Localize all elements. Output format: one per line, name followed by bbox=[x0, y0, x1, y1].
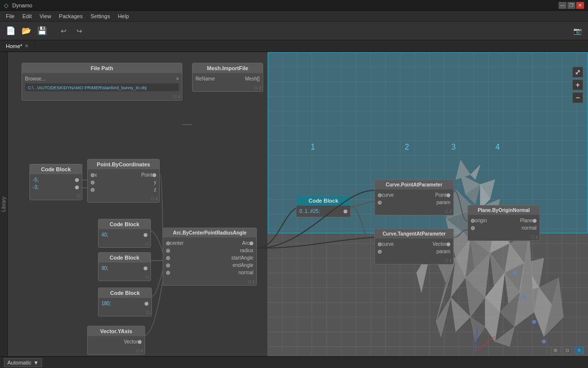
plane-origin-header: Plane.ByOriginNormal bbox=[468, 206, 539, 215]
close-button[interactable]: ✕ bbox=[576, 2, 584, 9]
code-block-5-val: 0..1..#25; bbox=[299, 209, 320, 214]
arc-row-normal: normal bbox=[166, 269, 253, 276]
code-block-node-1[interactable]: Code Block -5; -3; □ bbox=[29, 164, 82, 200]
pbc-port-z bbox=[91, 188, 95, 192]
arc-port-center bbox=[166, 241, 170, 245]
minimize-button[interactable]: — bbox=[559, 2, 566, 9]
mesh-import-node[interactable]: Mesh.ImportFile fileName Mesh[] □ ⅈ bbox=[192, 63, 263, 92]
filepath-footer: □ ⅈ bbox=[22, 93, 182, 100]
code-block-node-5[interactable]: Code Block 0..1..#25; bbox=[296, 195, 351, 217]
code-block-3-footer: □ bbox=[98, 274, 150, 281]
arc-label-startangle: startAngle bbox=[231, 255, 253, 261]
num-label-2: 2 bbox=[405, 143, 409, 152]
curve-tangent-at-param-node[interactable]: Curve.TangentAtParameter curve Vector pa… bbox=[374, 229, 454, 264]
arc-row-startangle: startAngle bbox=[166, 254, 253, 262]
plane-by-origin-normal-node[interactable]: Plane.ByOriginNormal origin Plane normal… bbox=[467, 205, 540, 241]
svg-point-48 bbox=[532, 320, 536, 324]
pon-label-origin: origin bbox=[475, 218, 487, 223]
filepath-browse-label: Browse... bbox=[25, 76, 46, 81]
titlebar: ◇ Dynamo — ❐ ✕ bbox=[0, 0, 588, 11]
menu-help[interactable]: Help bbox=[114, 12, 133, 20]
undo-button[interactable]: ↩ bbox=[57, 24, 71, 38]
code-block-node-3[interactable]: Code Block 90; □ bbox=[98, 252, 151, 281]
menu-settings[interactable]: Settings bbox=[87, 12, 114, 20]
statusbar: Automatic ▼ bbox=[0, 356, 588, 368]
ctp-row-param: param bbox=[378, 248, 450, 255]
pon-output-label: Plane bbox=[520, 218, 533, 223]
view-icon-3[interactable]: ≡ bbox=[574, 346, 584, 354]
filepath-path-value: C:\...\AUTODESK\DYNAMO PRIMER\stanford_b… bbox=[28, 85, 147, 90]
mode-dropdown[interactable]: Automatic ▼ bbox=[4, 358, 42, 367]
arc-label-center: center bbox=[170, 240, 184, 246]
code-block-node-4[interactable]: Code Block 180; □ bbox=[98, 288, 152, 316]
arc-port-radius bbox=[166, 249, 170, 253]
filepath-node[interactable]: File Path Browse... > C:\...\AUTODESK\DY… bbox=[22, 63, 182, 101]
cpp-label-param: param bbox=[437, 200, 450, 205]
arc-label-radius: radius bbox=[240, 248, 253, 253]
vector-yaxis-row: Vector bbox=[91, 338, 142, 345]
code-block-4-row: 180; bbox=[101, 300, 148, 307]
code-block-3-val: 90; bbox=[101, 265, 108, 271]
code-block-2-val: 40; bbox=[101, 232, 108, 237]
cpp-port-param bbox=[378, 201, 382, 205]
cpp-port-curve bbox=[378, 193, 382, 197]
menu-view[interactable]: View bbox=[36, 12, 55, 20]
svg-point-47 bbox=[522, 295, 526, 299]
filepath-browse-row: Browse... > bbox=[25, 75, 179, 82]
fit-view-button[interactable]: ⤢ bbox=[572, 67, 583, 78]
arc-label-endangle: endAngle bbox=[233, 263, 253, 268]
vector-yaxis-output: Vector bbox=[124, 339, 138, 344]
num-label-4: 4 bbox=[495, 143, 500, 152]
canvas[interactable]: 1 2 3 4 File Path Browse... > C:\...\AUT… bbox=[8, 52, 588, 356]
code-block-4-val: 180; bbox=[101, 301, 111, 306]
cpp-footer: □ ⅈ bbox=[375, 208, 453, 215]
arc-header: Arc.ByCenterPointRadiusAngle bbox=[163, 228, 256, 237]
cpp-row-curve: curve Point bbox=[378, 191, 450, 199]
tab-close-icon[interactable]: ✕ bbox=[24, 43, 28, 49]
pbc-label-x: x bbox=[95, 172, 97, 178]
open-button[interactable]: 📂 bbox=[20, 24, 33, 38]
screenshot-button[interactable]: 📷 bbox=[570, 24, 584, 38]
curve-point-at-param-node[interactable]: Curve.PointAtParameter curve Point param… bbox=[374, 180, 454, 215]
code-block-3-row: 90; bbox=[101, 264, 147, 272]
pbc-output-label: Point bbox=[141, 172, 152, 178]
arc-port-startangle bbox=[166, 256, 170, 260]
menu-edit[interactable]: Edit bbox=[19, 12, 36, 20]
pbc-row-x: x Point bbox=[91, 171, 156, 179]
code-block-5-port bbox=[343, 210, 347, 213]
svg-marker-39 bbox=[451, 297, 470, 332]
menu-packages[interactable]: Packages bbox=[55, 12, 86, 20]
pbc-port-y bbox=[91, 181, 95, 184]
code-block-2-row: 40; bbox=[101, 231, 147, 238]
app-title: Dynamo bbox=[12, 2, 32, 8]
svg-marker-38 bbox=[436, 297, 451, 337]
arc-node[interactable]: Arc.ByCenterPointRadiusAngle center Arc … bbox=[163, 228, 257, 286]
point-by-coords-node[interactable]: Point.ByCoordinates x Point y z bbox=[87, 159, 160, 203]
code-block-2-footer: □ bbox=[98, 240, 150, 247]
zoom-in-button[interactable]: + bbox=[572, 79, 583, 90]
toolbar: 📄 📂 💾 ↩ ↪ 📷 bbox=[0, 22, 588, 40]
zoom-out-button[interactable]: − bbox=[572, 92, 583, 103]
new-button[interactable]: 📄 bbox=[4, 24, 18, 38]
menu-file[interactable]: File bbox=[2, 12, 19, 20]
code-block-2-header: Code Block bbox=[98, 219, 150, 229]
save-button[interactable]: 💾 bbox=[35, 24, 49, 38]
view-icon-1[interactable]: ⊞ bbox=[551, 346, 561, 354]
tabbar: Home* ✕ bbox=[0, 40, 588, 52]
vector-yaxis-node[interactable]: Vector.YAxis Vector □ ⅈ bbox=[87, 326, 145, 355]
filepath-header: File Path bbox=[22, 63, 182, 73]
sidebar-label: Library bbox=[1, 197, 6, 212]
tab-home[interactable]: Home* ✕ bbox=[0, 41, 35, 51]
sidebar[interactable]: Library bbox=[0, 52, 8, 356]
num-label-1: 1 bbox=[311, 143, 315, 152]
maximize-button[interactable]: ❐ bbox=[567, 2, 575, 9]
code-block-1-footer: □ bbox=[30, 193, 82, 200]
code-block-node-2[interactable]: Code Block 40; □ bbox=[98, 219, 151, 248]
view-icon-2[interactable]: ⊡ bbox=[563, 346, 572, 354]
arc-row-radius: radius bbox=[166, 247, 253, 254]
app-icon: ◇ bbox=[4, 2, 8, 9]
pon-label-normal: normal bbox=[521, 225, 537, 231]
redo-button[interactable]: ↪ bbox=[73, 24, 86, 38]
vector-yaxis-port bbox=[138, 340, 142, 344]
mesh-import-row: fileName Mesh[] bbox=[196, 75, 260, 82]
